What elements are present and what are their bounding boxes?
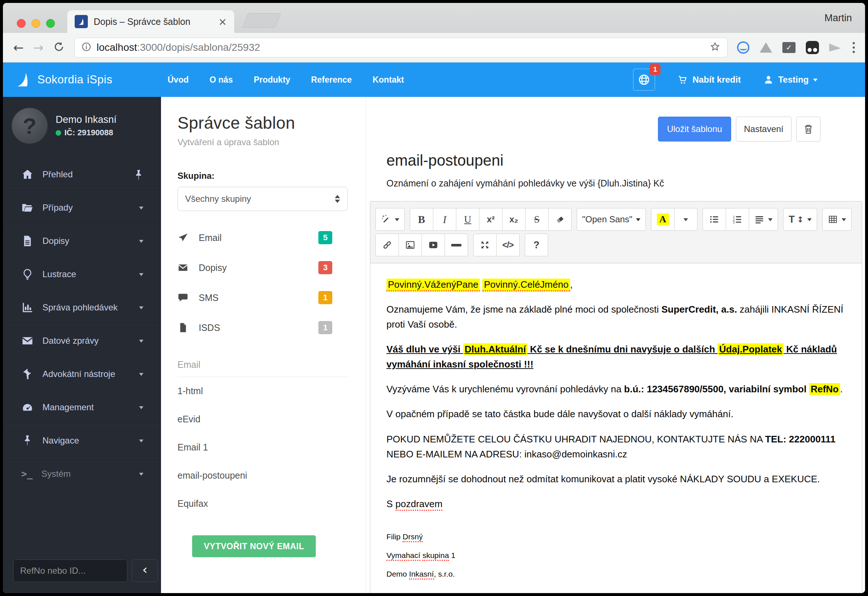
- extension-dark-icon[interactable]: [806, 41, 819, 54]
- extension-drive-icon[interactable]: [760, 43, 772, 53]
- paragraph-align-dropdown[interactable]: [749, 208, 778, 231]
- notifications-button[interactable]: 1: [633, 69, 655, 91]
- site-info-icon[interactable]: [81, 42, 92, 53]
- settings-button[interactable]: Nastavení: [736, 117, 791, 142]
- zoom-window-button[interactable]: [46, 19, 55, 28]
- company-ic: IČ: 29190088: [56, 128, 117, 137]
- sidebar-item-p-ehled[interactable]: Přehled: [3, 158, 161, 191]
- merge-field: Údaj.Poplatek: [717, 343, 784, 355]
- minimize-window-button[interactable]: [31, 19, 40, 28]
- sidebar-item-lustrace[interactable]: Lustrace: [3, 257, 161, 291]
- new-tab-button[interactable]: [242, 13, 281, 28]
- horizontal-rule-button[interactable]: [445, 234, 468, 256]
- template-item-equifax[interactable]: Equifax: [177, 490, 347, 518]
- delete-button[interactable]: [796, 117, 821, 142]
- reload-icon[interactable]: [53, 41, 65, 54]
- extension-inbox-icon[interactable]: [782, 42, 796, 53]
- help-button[interactable]: ?: [525, 234, 548, 256]
- template-type-sms[interactable]: SMS1: [177, 283, 347, 313]
- sidebar-item-datov-zpr-vy[interactable]: Datové zprávy: [3, 324, 161, 357]
- browser-tab[interactable]: Dopis – Správce šablon ×: [67, 10, 234, 33]
- save-template-button[interactable]: Uložit šablonu: [658, 117, 731, 142]
- nav-item-produkty[interactable]: Produkty: [254, 75, 290, 85]
- insert-image-button[interactable]: [399, 234, 422, 256]
- unordered-list-button[interactable]: [702, 208, 726, 231]
- bulb-icon: [21, 268, 34, 280]
- company-name: Demo Inkasní: [56, 114, 117, 125]
- credit-label: Nabít kredit: [692, 75, 741, 85]
- nav-item--vod[interactable]: Úvod: [168, 75, 189, 85]
- template-item-email-postoupeni[interactable]: email-postoupeni: [177, 462, 347, 490]
- text-color-button[interactable]: A: [651, 208, 674, 231]
- subscript-button[interactable]: x₂: [502, 208, 525, 231]
- forward-icon[interactable]: →: [33, 41, 44, 54]
- template-item-email-1[interactable]: Email 1: [177, 433, 347, 462]
- insert-link-button[interactable]: [376, 234, 399, 256]
- sidebar-item-p-pady[interactable]: Případy: [3, 191, 161, 224]
- back-icon[interactable]: ←: [13, 41, 24, 54]
- sidebar-item-advok-tn-n-stroje[interactable]: Advokátní nástroje: [3, 357, 161, 391]
- browser-menu-icon[interactable]: [853, 42, 855, 53]
- address-bar[interactable]: localhost:3000/dopis/sablona/25932: [74, 38, 728, 58]
- extension-wave-icon[interactable]: [737, 41, 750, 54]
- strikethrough-button[interactable]: S: [525, 208, 549, 231]
- text-color-dropdown[interactable]: [674, 208, 698, 231]
- sidebar-item-label: Datové zprávy: [43, 336, 98, 346]
- pushpin-icon[interactable]: [133, 169, 143, 180]
- template-title: email-postoupeni: [386, 152, 865, 169]
- align-icon: [754, 214, 764, 224]
- terminal-icon: >_: [21, 468, 33, 479]
- refno-search-input[interactable]: [13, 559, 127, 582]
- sidebar-item-dopisy[interactable]: Dopisy: [3, 224, 161, 257]
- chevron-down-icon: [139, 373, 143, 378]
- brand[interactable]: Sokordia iSpis: [15, 69, 158, 90]
- notification-badge: 1: [649, 64, 661, 75]
- italic-button[interactable]: I: [433, 208, 456, 231]
- credit-button[interactable]: Nabít kredit: [678, 75, 741, 85]
- horizontal-rule-icon: [451, 244, 461, 246]
- favicon-sail-icon: [75, 15, 88, 28]
- template-type-isds[interactable]: ISDS1: [177, 313, 347, 342]
- create-email-button[interactable]: VYTVOŘIT NOVÝ EMAIL: [192, 535, 316, 557]
- template-item-1-html[interactable]: 1-html: [177, 377, 347, 405]
- fullscreen-button[interactable]: [473, 234, 497, 256]
- superscript-button[interactable]: x²: [479, 208, 503, 231]
- user-menu[interactable]: Testing: [763, 75, 818, 85]
- chevron-down-icon: [768, 218, 772, 223]
- clear-format-button[interactable]: [548, 208, 572, 231]
- chevron-down-icon: [139, 207, 143, 212]
- template-type-dopisy[interactable]: Dopisy3: [177, 253, 347, 283]
- bookmark-star-icon[interactable]: [710, 41, 720, 54]
- tab-close-icon[interactable]: ×: [219, 16, 227, 28]
- table-dropdown[interactable]: [822, 208, 852, 231]
- template-type-email[interactable]: Email5: [177, 223, 347, 253]
- font-family-dropdown[interactable]: "Open Sans": [577, 208, 646, 231]
- sidebar-item-management[interactable]: Management: [3, 391, 161, 424]
- sidebar-item-spr-va-pohled-vek[interactable]: Správa pohledávek: [3, 291, 161, 324]
- sidebar-collapse-button[interactable]: ‹: [132, 559, 158, 582]
- code-view-button[interactable]: </>: [496, 234, 520, 256]
- editor-body[interactable]: Povinný.VáženýPane Povinný.CeléJméno,Ozn…: [370, 263, 862, 593]
- line-height-dropdown[interactable]: T↕: [783, 208, 817, 231]
- ordered-list-button[interactable]: 123: [726, 208, 749, 231]
- underline-button[interactable]: U: [456, 208, 479, 231]
- insert-video-button[interactable]: [421, 234, 445, 256]
- nav-item-reference[interactable]: Reference: [311, 75, 352, 85]
- sidebar-menu: PřehledPřípadyDopisyLustraceSpráva pohle…: [3, 158, 161, 490]
- template-subject: Oznámení o zahájení vymáhání pohledávky …: [386, 178, 865, 189]
- table-icon: [828, 214, 838, 224]
- bold-button[interactable]: B: [410, 208, 433, 231]
- close-window-button[interactable]: [17, 19, 26, 28]
- editor-paragraph: Filip Drsný: [386, 531, 846, 543]
- template-item-eevid[interactable]: eEvid: [177, 405, 347, 433]
- group-select[interactable]: Všechny skupiny: [177, 187, 347, 211]
- doc-icon: [21, 235, 34, 247]
- nav-item-o-n-s[interactable]: O nás: [210, 75, 233, 85]
- gavel-icon: [21, 368, 34, 380]
- nav-item-kontakt[interactable]: Kontakt: [373, 75, 404, 85]
- sidebar-item-navigace[interactable]: Navigace: [3, 424, 161, 457]
- home-icon: [21, 168, 34, 181]
- sidebar-item-syst-m[interactable]: >_Systém: [3, 457, 161, 490]
- style-dropdown-button[interactable]: [376, 208, 405, 231]
- extension-plane-icon[interactable]: [829, 44, 841, 52]
